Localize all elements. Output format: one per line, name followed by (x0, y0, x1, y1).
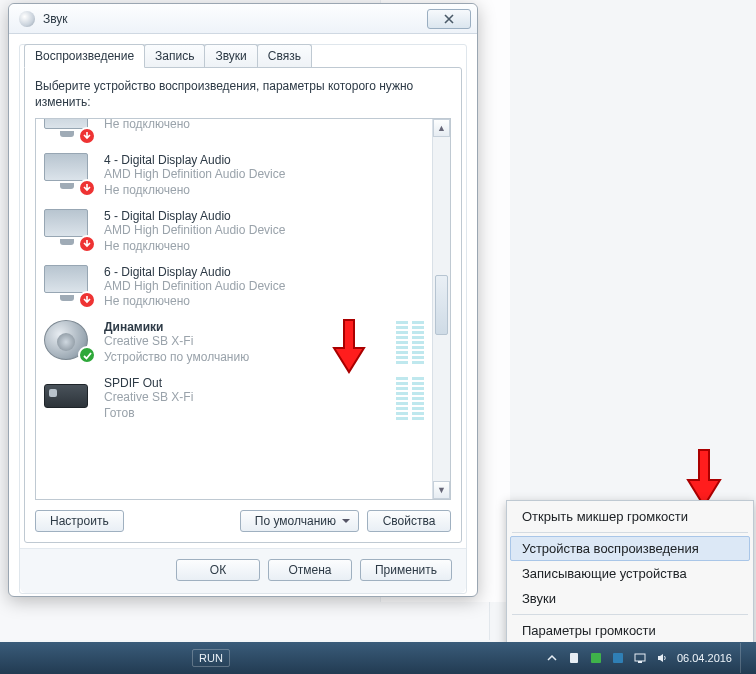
close-icon (443, 13, 455, 25)
context-menu-item[interactable]: Открыть микшер громкости (510, 504, 750, 529)
taskbar-date: 06.04.2016 (677, 652, 732, 664)
svg-rect-4 (638, 661, 642, 663)
annotation-arrow-2 (686, 448, 722, 508)
svg-rect-1 (591, 653, 601, 663)
taskbar-clock[interactable]: 06.04.2016 (677, 652, 732, 664)
device-subtitle: AMD High Definition Audio Device (104, 279, 424, 295)
tab-playback[interactable]: Воспроизведение (24, 44, 145, 68)
device-button-row: Настроить По умолчанию Свойства (35, 510, 451, 532)
cancel-button[interactable]: Отмена (268, 559, 352, 581)
unplugged-badge-icon (78, 127, 96, 145)
close-button[interactable] (427, 9, 471, 29)
monitor-icon (44, 209, 92, 249)
device-name: SPDIF Out (104, 376, 390, 390)
speaker-icon (44, 320, 92, 360)
tab-recording[interactable]: Запись (144, 44, 205, 68)
context-menu-item[interactable]: Звуки (510, 586, 750, 611)
unplugged-badge-icon (78, 235, 96, 253)
tabs: Воспроизведение Запись Звуки Связь (20, 44, 466, 68)
device-row[interactable]: 4 - Digital Display AudioAMD High Defini… (36, 147, 432, 203)
tray-action-center-icon[interactable] (567, 651, 581, 665)
device-text: SPDIF OutCreative SB X-FiГотов (104, 376, 390, 420)
device-list[interactable]: AMD High Definition Audio DeviceНе подкл… (36, 119, 432, 499)
dialog-body: Воспроизведение Запись Звуки Связь Выбер… (19, 44, 467, 594)
unplugged-badge-icon (78, 291, 96, 309)
device-status: Не подключено (104, 239, 424, 253)
device-row[interactable]: ДинамикиCreative SB X-FiУстройство по ум… (36, 314, 432, 370)
set-default-button[interactable]: По умолчанию (240, 510, 359, 532)
system-icon (19, 11, 35, 27)
device-status: Не подключено (104, 294, 424, 308)
tray-volume-icon[interactable] (655, 651, 669, 665)
tray-network-icon[interactable] (633, 651, 647, 665)
svg-rect-2 (613, 653, 623, 663)
scroll-thumb[interactable] (435, 275, 448, 335)
context-menu-item[interactable]: Параметры громкости (510, 618, 750, 643)
device-subtitle: AMD High Definition Audio Device (104, 223, 424, 239)
device-name: 4 - Digital Display Audio (104, 153, 424, 167)
instruction-text: Выберите устройство воспроизведения, пар… (35, 78, 451, 110)
dialog-button-row: ОК Отмена Применить (20, 548, 466, 593)
scroll-track[interactable] (433, 137, 450, 481)
configure-button[interactable]: Настроить (35, 510, 124, 532)
tray-chevron-icon[interactable] (545, 651, 559, 665)
titlebar[interactable]: Звук (9, 4, 477, 34)
device-text: AMD High Definition Audio DeviceНе подкл… (104, 119, 424, 141)
apply-button[interactable]: Применить (360, 559, 452, 581)
context-menu-separator (512, 614, 748, 615)
default-badge-icon (78, 346, 96, 364)
tray-context-menu: Открыть микшер громкостиУстройства воспр… (506, 500, 754, 647)
monitor-icon (44, 153, 92, 193)
taskbar[interactable]: RUN 06.04.2016 (0, 642, 756, 674)
properties-button[interactable]: Свойства (367, 510, 451, 532)
device-name: 5 - Digital Display Audio (104, 209, 424, 223)
context-menu-item[interactable]: Записывающие устройства (510, 561, 750, 586)
device-row[interactable]: 6 - Digital Display AudioAMD High Defini… (36, 259, 432, 315)
scrollbar[interactable]: ▲ ▼ (432, 119, 450, 499)
tab-panel-playback: Выберите устройство воспроизведения, пар… (24, 67, 462, 543)
language-indicator[interactable]: RUN (192, 649, 230, 667)
device-status: Готов (104, 406, 390, 420)
device-text: 6 - Digital Display AudioAMD High Defini… (104, 265, 424, 309)
ok-button[interactable]: ОК (176, 559, 260, 581)
context-menu-separator (512, 532, 748, 533)
device-status: Не подключено (104, 119, 424, 131)
scroll-down-button[interactable]: ▼ (433, 481, 450, 499)
device-row[interactable]: AMD High Definition Audio DeviceНе подкл… (36, 119, 432, 147)
device-subtitle: AMD High Definition Audio Device (104, 167, 424, 183)
device-subtitle: Creative SB X-Fi (104, 390, 390, 406)
device-text: 5 - Digital Display AudioAMD High Defini… (104, 209, 424, 253)
vu-meter (394, 376, 424, 420)
device-name: 6 - Digital Display Audio (104, 265, 424, 279)
annotation-arrow-1 (332, 318, 366, 374)
spdif-icon (44, 376, 92, 416)
svg-rect-0 (570, 653, 578, 663)
show-desktop-button[interactable] (740, 643, 750, 673)
svg-rect-3 (635, 654, 645, 661)
dialog-title: Звук (43, 12, 427, 26)
device-status: Не подключено (104, 183, 424, 197)
monitor-icon (44, 265, 92, 305)
device-list-wrap: AMD High Definition Audio DeviceНе подкл… (35, 118, 451, 500)
unplugged-badge-icon (78, 179, 96, 197)
tab-communications[interactable]: Связь (257, 44, 312, 68)
system-tray[interactable] (545, 651, 669, 665)
context-menu-item[interactable]: Устройства воспроизведения (510, 536, 750, 561)
scroll-up-button[interactable]: ▲ (433, 119, 450, 137)
vu-meter (394, 320, 424, 364)
sound-dialog: Звук Воспроизведение Запись Звуки Связь … (8, 3, 478, 597)
tray-app-icon-1[interactable] (589, 651, 603, 665)
tray-app-icon-2[interactable] (611, 651, 625, 665)
device-row[interactable]: 5 - Digital Display AudioAMD High Defini… (36, 203, 432, 259)
device-text: 4 - Digital Display AudioAMD High Defini… (104, 153, 424, 197)
tab-sounds[interactable]: Звуки (204, 44, 257, 68)
device-row[interactable]: SPDIF OutCreative SB X-FiГотов (36, 370, 432, 426)
monitor-icon (44, 119, 92, 141)
